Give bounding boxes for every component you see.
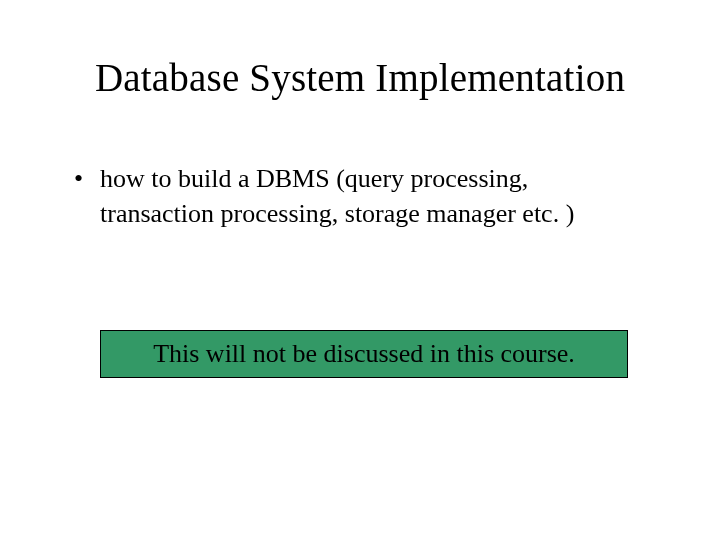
callout-box: This will not be discussed in this cours… [100,330,628,378]
slide: Database System Implementation how to bu… [0,0,720,540]
list-item: how to build a DBMS (query processing, t… [74,161,664,231]
slide-title: Database System Implementation [56,56,664,101]
bullet-list: how to build a DBMS (query processing, t… [56,161,664,231]
callout-text: This will not be discussed in this cours… [153,341,575,367]
